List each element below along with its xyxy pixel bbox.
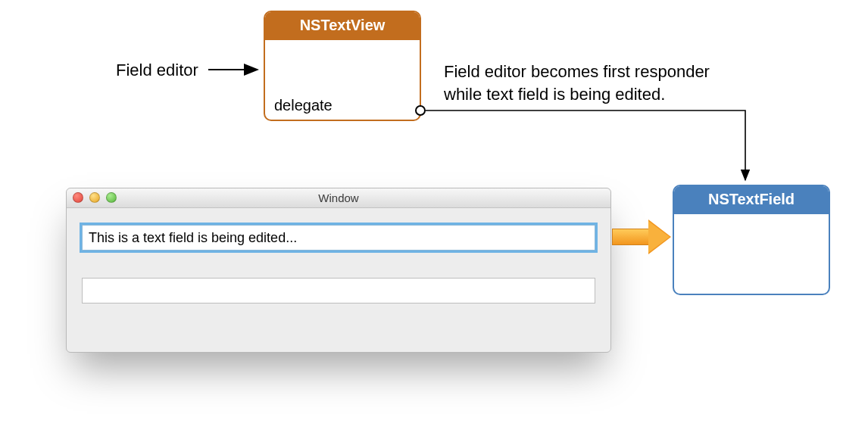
- description-line-2: while text field is being edited.: [444, 83, 823, 106]
- close-icon[interactable]: [73, 192, 83, 203]
- mac-window: Window: [66, 188, 611, 353]
- delegate-label: delegate: [274, 97, 333, 114]
- zoom-icon[interactable]: [106, 192, 117, 203]
- window-titlebar: Window: [67, 188, 610, 208]
- minimize-icon[interactable]: [89, 192, 100, 203]
- description-text: Field editor becomes first responder whi…: [444, 61, 823, 105]
- field-editor-label: Field editor: [116, 61, 198, 80]
- delegate-connector-arrow: [426, 110, 745, 180]
- nstextview-title: NSTextView: [265, 12, 420, 40]
- orange-arrow-icon: [612, 219, 671, 254]
- description-line-1: Field editor becomes first responder: [444, 61, 823, 83]
- window-title: Window: [318, 191, 358, 204]
- delegate-socket-icon: [415, 105, 426, 116]
- text-field-2[interactable]: [82, 278, 595, 303]
- nstextview-box: NSTextView delegate: [264, 11, 421, 121]
- text-field-1[interactable]: [82, 225, 595, 251]
- nstextfield-box: NSTextField: [673, 185, 830, 295]
- nstextfield-title: NSTextField: [674, 186, 829, 214]
